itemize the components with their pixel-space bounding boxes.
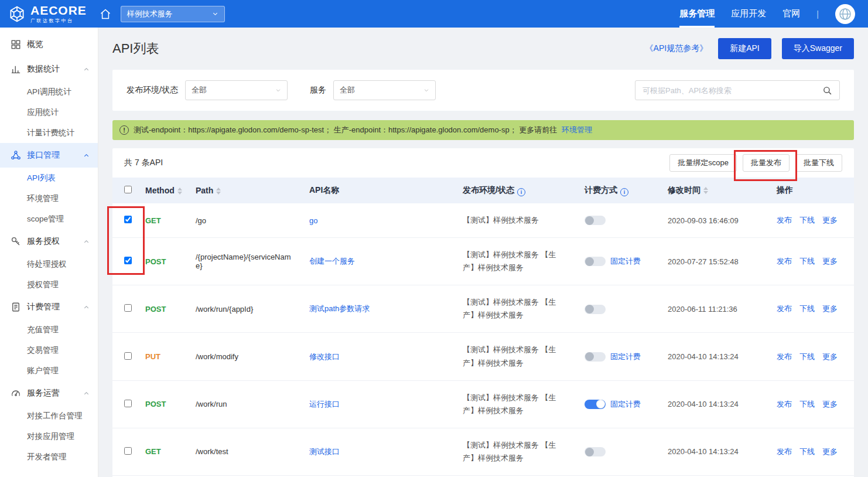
billing-type-link[interactable]: 固定计费 xyxy=(610,257,641,265)
billing-toggle[interactable] xyxy=(585,257,606,266)
sidebar-group-service-authorization[interactable]: 服务授权 xyxy=(0,229,98,254)
column-modified-time[interactable]: 修改时间 xyxy=(668,178,777,203)
sidebar-group-service-operations[interactable]: 服务运营 xyxy=(0,381,98,406)
api-name-link[interactable]: 运行接口 xyxy=(309,400,340,408)
sidebar-item-metering-billing-stats[interactable]: 计量计费统计 xyxy=(0,122,98,143)
api-spec-reference-link[interactable]: 《API规范参考》 xyxy=(645,43,708,54)
sidebar-item-api-list[interactable]: API列表 xyxy=(0,168,98,188)
billing-toggle[interactable] xyxy=(585,305,606,314)
more-link[interactable]: 更多 xyxy=(822,400,838,408)
sidebar-item-account-management[interactable]: 账户管理 xyxy=(0,360,98,381)
table-row: POST /work/run/{appId} 测试path参数请求 【测试】样例… xyxy=(112,285,854,333)
publish-link[interactable]: 发布 xyxy=(777,257,792,265)
page-title: API列表 xyxy=(112,40,159,57)
more-link[interactable]: 更多 xyxy=(822,216,838,224)
more-link[interactable]: 更多 xyxy=(822,257,838,265)
sidebar-item-api-call-stats[interactable]: API调用统计 xyxy=(0,81,98,102)
sidebar-item-integration-app-management[interactable]: 对接应用管理 xyxy=(0,426,98,447)
api-name-link[interactable]: 测试接口 xyxy=(309,447,340,456)
offline-link[interactable]: 下线 xyxy=(799,352,815,361)
bulk-offline-button[interactable]: 批量下线 xyxy=(795,154,842,172)
info-icon[interactable]: i xyxy=(620,188,628,196)
sidebar-item-pending-authorization[interactable]: 待处理授权 xyxy=(0,254,98,274)
import-swagger-button[interactable]: 导入Swagger xyxy=(782,38,854,59)
row-checkbox[interactable] xyxy=(124,257,132,264)
billing-type-link[interactable]: 固定计费 xyxy=(610,352,641,361)
table-row: GET /work/test 测试接口 【测试】样例技术服务 【生产】样例技术服… xyxy=(112,428,854,475)
offline-link[interactable]: 下线 xyxy=(799,257,815,265)
environment-management-link[interactable]: 环境管理 xyxy=(562,125,592,134)
sidebar-item-app-stats[interactable]: 应用统计 xyxy=(0,102,98,122)
api-path: /work/run/{appId} xyxy=(196,285,309,333)
nav-item-official-site[interactable]: 官网 xyxy=(782,0,800,28)
nav-item-app-development[interactable]: 应用开发 xyxy=(731,0,766,28)
column-path[interactable]: Path xyxy=(196,178,309,203)
sort-icon[interactable] xyxy=(703,187,708,194)
sidebar-item-workbench-management[interactable]: 对接工作台管理 xyxy=(0,406,98,426)
endpoint-notice-text: 测试-endpoint：https://apigate.glodon.com/d… xyxy=(134,125,557,134)
publish-link[interactable]: 发布 xyxy=(777,216,792,224)
search-icon[interactable] xyxy=(822,86,832,96)
sort-icon[interactable] xyxy=(216,188,221,195)
sidebar-item-overview[interactable]: 概览 xyxy=(0,32,98,57)
publish-link[interactable]: 发布 xyxy=(777,352,792,361)
offline-link[interactable]: 下线 xyxy=(799,216,815,224)
api-name-link[interactable]: 修改接口 xyxy=(309,352,340,361)
service-select-value: 全部 xyxy=(340,85,355,96)
api-name-link[interactable]: go xyxy=(309,216,317,225)
row-checkbox[interactable] xyxy=(124,304,132,312)
info-icon[interactable]: i xyxy=(517,188,525,196)
offline-link[interactable]: 下线 xyxy=(799,304,815,313)
billing-toggle[interactable] xyxy=(585,352,606,362)
offline-link[interactable]: 下线 xyxy=(799,447,815,456)
billing-toggle[interactable] xyxy=(585,216,606,225)
sidebar-item-recharge-management[interactable]: 充值管理 xyxy=(0,319,98,340)
select-all-checkbox[interactable] xyxy=(124,186,132,193)
billing-toggle[interactable] xyxy=(585,400,606,409)
avatar[interactable] xyxy=(835,4,855,24)
service-select[interactable]: 全部 xyxy=(333,80,436,100)
sidebar-item-environment-management[interactable]: 环境管理 xyxy=(0,188,98,209)
modified-time: 2020-04-10 14:13:24 xyxy=(668,333,777,380)
api-path: /go xyxy=(196,203,309,238)
api-name-link[interactable]: 创建一个服务 xyxy=(309,257,355,265)
sidebar-group-billing-management[interactable]: 计费管理 xyxy=(0,295,98,319)
modified-time: 2020-04-10 14:13:24 xyxy=(668,428,777,475)
search-box xyxy=(635,80,840,100)
row-checkbox[interactable] xyxy=(124,447,132,455)
new-api-button[interactable]: 新建API xyxy=(718,38,771,59)
search-input[interactable] xyxy=(643,86,822,95)
api-name-link[interactable]: 测试path参数请求 xyxy=(309,304,370,313)
sort-icon[interactable] xyxy=(177,188,182,195)
sidebar-item-authorization-management[interactable]: 授权管理 xyxy=(0,274,98,295)
chevron-up-icon xyxy=(83,304,90,311)
sidebar-group-data-statistics[interactable]: 数据统计 xyxy=(0,57,98,81)
sidebar-group-interface-management[interactable]: 接口管理 xyxy=(0,143,98,168)
publish-link[interactable]: 发布 xyxy=(777,447,792,456)
bulk-publish-button[interactable]: 批量发布 xyxy=(743,154,790,172)
row-checkbox[interactable] xyxy=(124,216,132,223)
bulk-bind-scope-button[interactable]: 批量绑定scope xyxy=(669,154,737,172)
column-method[interactable]: Method xyxy=(145,178,196,203)
chevron-down-icon xyxy=(275,87,281,93)
offline-link[interactable]: 下线 xyxy=(799,400,815,408)
row-checkbox[interactable] xyxy=(124,400,132,407)
sidebar-item-developer-management[interactable]: 开发者管理 xyxy=(0,447,98,467)
billing-toggle[interactable] xyxy=(585,447,606,456)
more-link[interactable]: 更多 xyxy=(822,447,838,456)
more-link[interactable]: 更多 xyxy=(822,352,838,361)
nav-item-service-management[interactable]: 服务管理 xyxy=(679,0,715,28)
sidebar-item-scope-management[interactable]: scope管理 xyxy=(0,209,98,229)
billing-type-link[interactable]: 固定计费 xyxy=(610,400,641,408)
publish-link[interactable]: 发布 xyxy=(777,400,792,408)
more-link[interactable]: 更多 xyxy=(822,304,838,313)
row-checkbox[interactable] xyxy=(124,352,132,360)
workspace-select[interactable]: 样例技术服务 xyxy=(121,6,225,22)
home-icon[interactable] xyxy=(100,8,111,20)
table-row: GET /go go 【测试】样例技术服务 2020-09-03 16:46:0… xyxy=(112,203,854,238)
env-status-select[interactable]: 全部 xyxy=(185,80,288,100)
api-path: /work/test xyxy=(196,428,309,475)
nav-divider: | xyxy=(816,9,819,19)
sidebar-item-transaction-management[interactable]: 交易管理 xyxy=(0,340,98,360)
publish-link[interactable]: 发布 xyxy=(777,304,792,313)
